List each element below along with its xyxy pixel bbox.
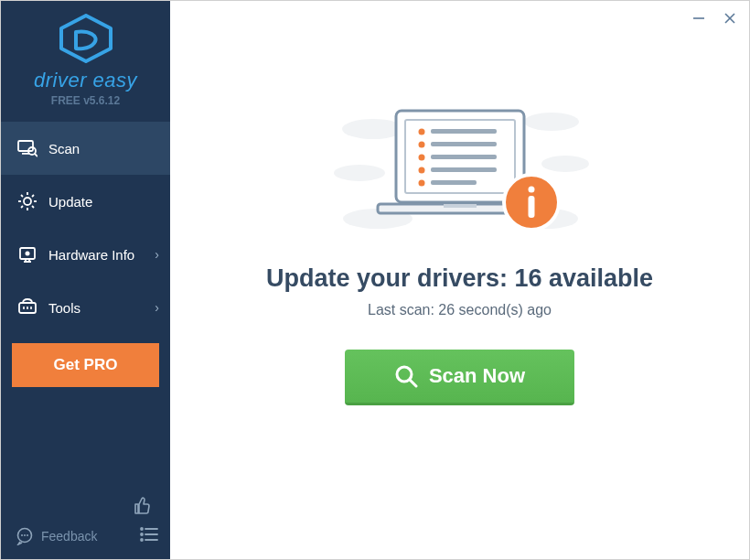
laptop-illustration [323, 102, 597, 248]
thumbs-up-icon[interactable] [132, 495, 152, 519]
svg-rect-42 [444, 204, 477, 208]
sidebar: driver easy FREE v5.6.12 Scan Update [1, 1, 170, 559]
svg-point-22 [24, 534, 26, 536]
chevron-right-icon: › [155, 300, 159, 315]
scan-button-label: Scan Now [429, 364, 525, 388]
svg-line-11 [32, 206, 34, 208]
svg-point-51 [418, 180, 424, 187]
svg-rect-52 [431, 180, 477, 185]
svg-point-24 [141, 528, 143, 530]
get-pro-button[interactable]: Get PRO [12, 343, 159, 387]
logo-block: driver easy FREE v5.6.12 [1, 1, 170, 116]
nav-label-update: Update [48, 194, 92, 210]
svg-line-13 [32, 195, 34, 197]
nav-item-scan[interactable]: Scan [1, 122, 170, 175]
svg-point-28 [141, 539, 143, 541]
nav-item-hardware[interactable]: Hardware Info › [1, 228, 170, 281]
menu-list-icon[interactable] [139, 526, 159, 546]
svg-point-26 [141, 533, 143, 535]
svg-rect-1 [18, 141, 33, 151]
nav-item-tools[interactable]: Tools › [1, 281, 170, 334]
svg-point-15 [26, 252, 30, 256]
chevron-right-icon: › [155, 247, 159, 262]
svg-rect-56 [528, 196, 534, 218]
nav-label-tools: Tools [48, 300, 80, 316]
svg-rect-50 [431, 167, 497, 172]
tools-icon [17, 297, 38, 318]
svg-point-36 [541, 156, 589, 172]
svg-rect-44 [431, 129, 497, 134]
scan-screen-icon [17, 138, 38, 158]
svg-marker-0 [61, 16, 111, 61]
nav-item-update[interactable]: Update [1, 175, 170, 228]
svg-line-58 [410, 380, 416, 386]
svg-point-43 [418, 129, 424, 135]
magnifier-icon [394, 364, 418, 388]
close-button[interactable] [722, 10, 738, 27]
gear-icon [17, 191, 38, 211]
svg-line-12 [21, 206, 23, 208]
minimize-button[interactable] [691, 10, 707, 27]
headline: Update your drivers: 16 available [170, 264, 749, 293]
svg-point-34 [524, 113, 579, 131]
svg-point-47 [418, 155, 424, 161]
nav-label-hardware: Hardware Info [48, 247, 134, 263]
nav-label-scan: Scan [48, 141, 80, 156]
app-logo-icon [58, 14, 114, 63]
feedback-label: Feedback [41, 529, 97, 544]
sidebar-bottom: Feedback [1, 486, 170, 559]
svg-point-55 [528, 187, 534, 193]
feedback-button[interactable]: Feedback [16, 527, 97, 545]
chat-icon [16, 527, 34, 545]
svg-point-23 [27, 534, 28, 536]
svg-point-5 [24, 198, 31, 205]
svg-line-10 [21, 195, 23, 197]
version-label: FREE v5.6.12 [1, 94, 170, 107]
hardware-icon [17, 244, 38, 264]
svg-line-4 [35, 154, 38, 156]
svg-point-35 [334, 165, 385, 181]
scan-now-button[interactable]: Scan Now [345, 350, 574, 405]
svg-point-49 [418, 167, 424, 174]
svg-point-45 [418, 142, 424, 148]
nav: Scan Update Hardware Info › Tools [1, 122, 170, 334]
main-panel: Update your drivers: 16 available Last s… [170, 1, 749, 559]
last-scan-text: Last scan: 26 second(s) ago [170, 302, 749, 318]
svg-rect-46 [431, 142, 497, 146]
brand-name: driver easy [1, 69, 170, 92]
svg-point-21 [21, 534, 23, 536]
svg-rect-48 [431, 155, 497, 159]
